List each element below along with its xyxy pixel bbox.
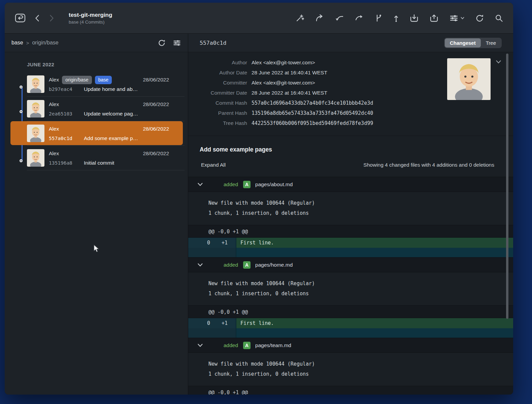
stash-apply-button[interactable] <box>430 14 438 23</box>
chevron-down-icon[interactable] <box>198 344 203 347</box>
diff-trailer-line <box>188 248 513 257</box>
filter-sliders-icon <box>173 39 181 46</box>
forward-button[interactable] <box>49 14 54 22</box>
history-options-button[interactable] <box>158 39 166 47</box>
metadata-expand-button[interactable] <box>496 60 501 65</box>
diff-old-lineno: 0 <box>188 318 210 328</box>
meta-label: Commit Hash <box>188 100 247 106</box>
diff-gutter <box>188 248 236 257</box>
expand-all-button[interactable]: Expand All <box>201 162 226 168</box>
search-icon <box>495 14 503 22</box>
stash-save-icon <box>410 14 419 23</box>
file-info: New file with mode 100644 (Regular) 1 ch… <box>188 353 513 386</box>
meta-label: Tree Hash <box>188 120 247 126</box>
refresh-icon <box>475 14 484 22</box>
breadcrumb: base > origin/base <box>5 34 188 52</box>
commit-message: Initial commit <box>84 160 114 166</box>
remote-branch-badge[interactable]: origin/base <box>62 76 92 84</box>
search-button[interactable] <box>495 14 503 22</box>
tab-tree[interactable]: Tree <box>481 38 501 47</box>
stash-save-button[interactable] <box>410 14 419 23</box>
changeset-toolbar: Expand All Showing 4 changed files with … <box>188 155 513 177</box>
file-added-badge: A <box>243 181 251 188</box>
fetch-button[interactable] <box>315 14 324 22</box>
file-added-badge: A <box>243 342 251 349</box>
file-path: pages/team.md <box>255 342 291 348</box>
breadcrumb-branch[interactable]: base <box>11 40 23 46</box>
commit-button[interactable] <box>394 14 399 22</box>
diff-file-section: added A pages/home.md New file with mode… <box>188 257 513 338</box>
file-info: New file with mode 100644 (Regular) 1 ch… <box>188 192 513 225</box>
diff-old-lineno: 0 <box>188 238 210 248</box>
file-info: New file with mode 100644 (Regular) 1 ch… <box>188 272 513 305</box>
main-content: base > origin/base <box>5 34 513 395</box>
chevron-down-icon[interactable] <box>198 183 203 186</box>
merge-arrow-icon <box>335 14 344 22</box>
commit-message-title: Add some example pages <box>188 136 513 155</box>
file-mode-line: New file with mode 100644 (Regular) <box>208 278 513 289</box>
diff-added-line[interactable]: 0 +1 First line. <box>188 318 513 328</box>
file-status-label: added <box>224 342 238 348</box>
diff-line-text: First line. <box>236 238 513 248</box>
wand-icon <box>296 14 304 22</box>
hunk-header: @@ -0,0 +1 @@ <box>188 386 513 395</box>
detail-scroll-area: AuthorAlex <alex@git-tower.com> Author D… <box>188 52 513 395</box>
window-subtitle: base (4 Commits) <box>69 20 112 25</box>
quick-actions-button[interactable] <box>296 14 304 22</box>
diff-file-header[interactable]: added A pages/team.md <box>188 338 513 353</box>
fetch-arrow-icon <box>315 14 324 22</box>
repository-switcher-icon <box>15 13 26 23</box>
meta-value-committer-date: 28 June 2022 at 16:40:41 WEST <box>252 90 327 96</box>
filter-button[interactable] <box>173 39 181 46</box>
diff-new-lineno: +1 <box>210 238 228 248</box>
window-title: test-git-merging <box>69 12 112 19</box>
rebase-button[interactable] <box>355 14 364 22</box>
rebase-arrow-icon <box>355 14 364 22</box>
scrollbar[interactable] <box>506 54 508 319</box>
chevron-down-icon <box>496 60 501 64</box>
chevron-down-icon[interactable] <box>198 263 203 267</box>
commit-metadata: AuthorAlex <alex@git-tower.com> Author D… <box>188 52 513 136</box>
commit-row-selected[interactable]: Alex 28/06/2022 557a0c1d Add some exampl… <box>5 121 188 146</box>
branch-icon <box>375 14 383 22</box>
branch-button[interactable] <box>375 14 383 22</box>
meta-label: Parent Hash <box>188 110 247 116</box>
view-options-button[interactable] <box>450 14 464 22</box>
commit-message: Update welcome pag… <box>84 111 138 117</box>
file-path: pages/home.md <box>255 262 293 268</box>
diff-file-header[interactable]: added A pages/about.md <box>188 177 513 192</box>
file-status-label: added <box>224 262 238 268</box>
meta-label: Author <box>188 60 247 66</box>
commit-author: Alex <box>49 101 59 107</box>
tab-changeset[interactable]: Changeset <box>445 38 481 47</box>
diff-trailer-line <box>188 328 513 338</box>
meta-value-tree-hash: 4422553f060b006f0951bed59469fedd78fe3d99 <box>252 120 373 126</box>
month-group-header: JUNE 2022 <box>5 62 188 67</box>
commit-date: 28/06/2022 <box>143 101 169 107</box>
diff-gutter: 0 +1 <box>188 238 236 248</box>
commit-row[interactable]: Alex origin/base base 28/06/2022 b297eac… <box>5 72 188 97</box>
merge-button[interactable] <box>335 14 344 22</box>
circular-arrow-icon <box>158 39 166 47</box>
avatar <box>27 125 44 142</box>
commit-detail-panel: 557a0c1d Changeset Tree AuthorAlex <alex… <box>188 34 513 395</box>
detail-header: 557a0c1d Changeset Tree <box>188 34 513 52</box>
commit-row[interactable]: Alex 28/06/2022 2ea65103 Update welcome … <box>5 97 188 121</box>
back-button[interactable] <box>35 14 39 22</box>
diff-line-empty <box>236 248 513 257</box>
commit-row[interactable]: Alex 28/06/2022 135196a8 Initial commit <box>5 146 188 170</box>
chevron-down-icon <box>461 17 464 20</box>
commit-short-hash: 135196a8 <box>49 160 82 166</box>
breadcrumb-upstream[interactable]: origin/base <box>32 40 58 46</box>
diff-file-header[interactable]: added A pages/home.md <box>188 257 513 272</box>
local-branch-badge[interactable]: base <box>95 76 112 84</box>
refresh-button[interactable] <box>475 14 484 22</box>
commit-arrow-icon <box>394 14 399 22</box>
repository-switcher-button[interactable] <box>15 13 26 23</box>
diff-added-line[interactable]: 0 +1 First line. <box>188 238 513 248</box>
titlebar: test-git-merging base (4 Commits) <box>5 3 513 34</box>
diff-gutter <box>188 328 236 338</box>
diff-file-section: added A pages/about.md New file with mod… <box>188 177 513 257</box>
file-status-label: added <box>224 181 238 188</box>
chevron-right-icon <box>49 14 54 22</box>
